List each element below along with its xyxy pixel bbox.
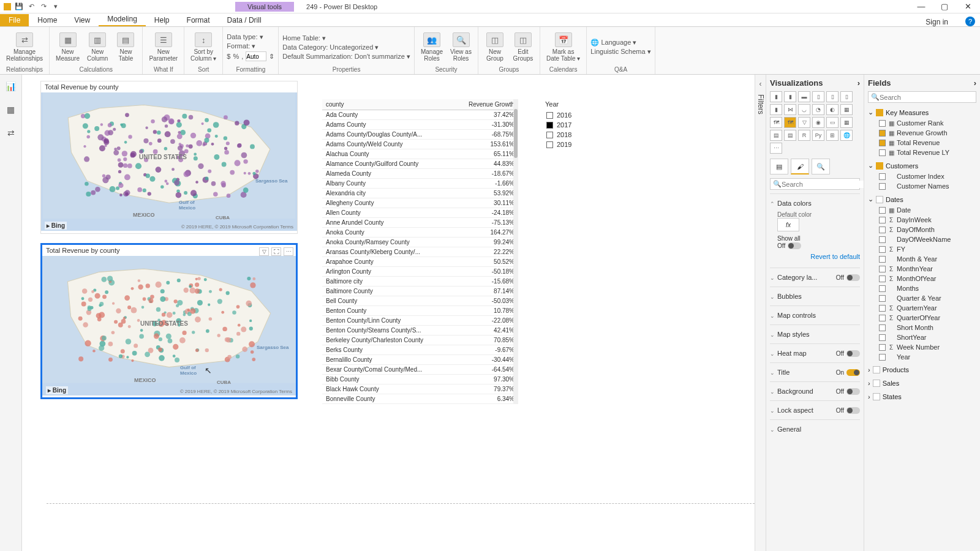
viz-type-22[interactable]: ⊞ bbox=[826, 130, 839, 141]
field-customernames[interactable]: Customer Names bbox=[868, 181, 976, 191]
field-weeknumber[interactable]: ΣWeek Number bbox=[868, 342, 976, 352]
slicer-item-2018[interactable]: 2018 bbox=[546, 130, 606, 140]
table-row[interactable]: Albany County-1.66% bbox=[322, 179, 518, 189]
field-shortmonth[interactable]: Short Month bbox=[868, 323, 976, 332]
viz-type-4[interactable]: ▯ bbox=[826, 91, 839, 102]
close-icon[interactable]: ✕ bbox=[962, 2, 974, 11]
table-row[interactable]: Ada County37.42% bbox=[322, 110, 518, 120]
table-row[interactable]: Bernalillo County-30.44% bbox=[322, 355, 518, 365]
table-row[interactable]: Adams County/Douglas County/A...-68.75% bbox=[322, 130, 518, 140]
redo-icon[interactable]: ↷ bbox=[39, 2, 48, 11]
field-group-dates[interactable]: ⌄ Dates bbox=[868, 193, 976, 205]
field-year[interactable]: Year bbox=[868, 352, 976, 362]
viz-type-9[interactable]: ◔ bbox=[812, 104, 824, 115]
collapse-filters-icon[interactable]: ‹ bbox=[760, 80, 762, 88]
fields-tab-icon[interactable]: ▤ bbox=[770, 159, 788, 174]
table-row[interactable]: Alamance County/Guilford County44.83% bbox=[322, 159, 518, 169]
map-visual-1[interactable]: Total Revenue by county UNITED STATES ME… bbox=[40, 81, 298, 234]
table-row[interactable]: Benton County/Linn County-22.08% bbox=[322, 316, 518, 326]
table-row[interactable]: Allegheny County30.11% bbox=[322, 198, 518, 208]
undo-icon[interactable]: ↶ bbox=[27, 2, 36, 11]
ribbon-managerelationships[interactable]: ⇄Manage Relationships bbox=[4, 31, 45, 63]
field-totalrevenue[interactable]: ▦Total Revenue bbox=[868, 138, 976, 148]
format-search-input[interactable] bbox=[782, 181, 864, 188]
help-icon[interactable]: ? bbox=[965, 17, 975, 26]
ribbon-sortbycolumn[interactable]: ↕Sort by Column ▾ bbox=[188, 31, 219, 63]
default-color-fx[interactable]: fx bbox=[777, 218, 799, 231]
viz-type-8[interactable]: ◡ bbox=[798, 104, 810, 115]
viz-type-24[interactable]: ⋯ bbox=[770, 143, 782, 154]
field-shortyear[interactable]: ShortYear bbox=[868, 332, 976, 342]
more-icon[interactable]: ⋯ bbox=[284, 247, 293, 256]
table-row[interactable]: Allen County-24.18% bbox=[322, 208, 518, 218]
ribbon-newparameter[interactable]: ☰New Parameter bbox=[146, 31, 180, 63]
viz-type-0[interactable]: ▮ bbox=[770, 91, 782, 102]
report-view-icon[interactable]: 📊 bbox=[4, 80, 18, 93]
field-quarternyear[interactable]: ΣQuarternYear bbox=[868, 303, 976, 313]
ribbon-newmeasure[interactable]: ▦New Measure bbox=[53, 31, 82, 63]
table-row[interactable]: Alachua County65.11% bbox=[322, 149, 518, 159]
table-row[interactable]: Aransas County/Kleberg County/...22.22% bbox=[322, 247, 518, 257]
field-monthofyear[interactable]: ΣMonthOfYear bbox=[868, 274, 976, 283]
field-dayinweek[interactable]: ΣDayInWeek bbox=[868, 215, 976, 225]
save-icon[interactable]: 💾 bbox=[15, 2, 23, 11]
table-row[interactable]: Black Hawk County79.37% bbox=[322, 384, 518, 394]
table-row[interactable]: Alameda County-18.67% bbox=[322, 169, 518, 179]
field-fy[interactable]: ΣFY bbox=[868, 244, 976, 254]
title-toggle[interactable] bbox=[846, 369, 860, 376]
table-row[interactable]: Arlington County-50.18% bbox=[322, 267, 518, 277]
field-dayofmonth[interactable]: ΣDayOfMonth bbox=[868, 225, 976, 234]
viz-type-17[interactable]: ▦ bbox=[840, 117, 853, 128]
field-group-states[interactable]: › States bbox=[868, 391, 976, 402]
viz-type-13[interactable]: 🗺 bbox=[784, 117, 796, 128]
viz-type-21[interactable]: Py bbox=[812, 130, 824, 141]
viz-type-11[interactable]: ▦ bbox=[840, 104, 853, 115]
ribbon-newcolumn[interactable]: ▥New Column bbox=[85, 31, 110, 63]
viz-type-7[interactable]: ⋈ bbox=[784, 104, 796, 115]
menu-tab-format[interactable]: Format bbox=[178, 14, 219, 26]
field-group-products[interactable]: › Products bbox=[868, 364, 976, 375]
viz-type-6[interactable]: ▮ bbox=[770, 104, 782, 115]
slicer-item-2019[interactable]: 2019 bbox=[546, 140, 606, 149]
field-monthnyear[interactable]: ΣMonthnYear bbox=[868, 264, 976, 274]
filter-icon[interactable]: ▽ bbox=[259, 247, 269, 256]
field-monthyear[interactable]: Month & Year bbox=[868, 254, 976, 264]
table-row[interactable]: Anne Arundel County-75.13% bbox=[322, 218, 518, 228]
menu-tab-datadrill[interactable]: Data / Drill bbox=[219, 14, 270, 26]
ribbon-manageroles[interactable]: 👥Manage Roles bbox=[418, 31, 445, 63]
table-scrollbar[interactable] bbox=[513, 99, 518, 404]
viz-type-15[interactable]: ◉ bbox=[812, 117, 824, 128]
viz-type-5[interactable]: ▯ bbox=[840, 91, 853, 102]
analytics-tab-icon[interactable]: 🔍 bbox=[812, 159, 830, 174]
field-totalrevenuely[interactable]: ▦Total Revenue LY bbox=[868, 148, 976, 157]
table-row[interactable]: Benton County/Stearns County/S...42.41% bbox=[322, 326, 518, 335]
data-view-icon[interactable]: ▦ bbox=[4, 103, 18, 116]
viz-type-2[interactable]: ▬ bbox=[798, 91, 810, 102]
menu-tab-view[interactable]: View bbox=[66, 14, 99, 26]
field-customerindex[interactable]: Customer Index bbox=[868, 171, 976, 181]
field-group-sales[interactable]: › Sales bbox=[868, 378, 976, 389]
fields-search-input[interactable] bbox=[880, 94, 973, 101]
table-row[interactable]: Alexandria city53.92% bbox=[322, 189, 518, 198]
table-row[interactable]: Baltimore County87.14% bbox=[322, 287, 518, 296]
viz-type-1[interactable]: ▮ bbox=[784, 91, 796, 102]
table-row[interactable]: Adams County-31.30% bbox=[322, 120, 518, 130]
expand-viz-icon[interactable]: › bbox=[858, 78, 860, 88]
format-tab-icon[interactable]: 🖌 bbox=[791, 159, 809, 174]
ribbon-editgroups[interactable]: ◫Edit Groups bbox=[510, 31, 536, 63]
viz-type-16[interactable]: ▭ bbox=[826, 117, 839, 128]
report-canvas[interactable]: Total Revenue by county UNITED STATES ME… bbox=[22, 75, 755, 551]
col-revgrowth[interactable]: Revenue Growth bbox=[452, 99, 518, 110]
signin-link[interactable]: Sign in bbox=[925, 18, 960, 26]
viz-type-10[interactable]: ◐ bbox=[826, 104, 839, 115]
ribbon-markasdatetable[interactable]: 📅Mark as Date Table ▾ bbox=[544, 31, 582, 63]
table-row[interactable]: Benton County10.78% bbox=[322, 306, 518, 316]
viz-type-12[interactable]: 🗺 bbox=[770, 117, 782, 128]
ribbon-newgroup[interactable]: ◫New Group bbox=[482, 31, 508, 63]
ribbon-newtable[interactable]: ▤New Table bbox=[113, 31, 138, 63]
viz-type-14[interactable]: ▽ bbox=[798, 117, 810, 128]
field-group-customers[interactable]: ⌄ Customers bbox=[868, 160, 976, 171]
expand-fields-icon[interactable]: › bbox=[974, 78, 976, 88]
focus-icon[interactable]: ⛶ bbox=[271, 247, 281, 256]
field-quarterofyear[interactable]: ΣQuarterOfYear bbox=[868, 313, 976, 323]
